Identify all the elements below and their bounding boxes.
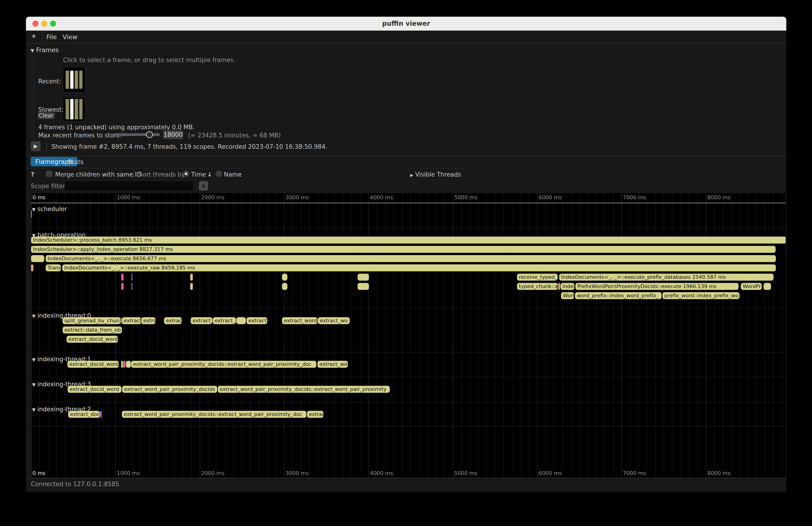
- play-button[interactable]: ▶: [31, 141, 41, 151]
- recent-frame-thumbnail[interactable]: [63, 67, 85, 92]
- flamegraph-span[interactable]: [121, 361, 123, 368]
- flamegraph-span[interactable]: word_prefix::index_word_prefix_: [575, 292, 662, 299]
- flamegraph-span[interactable]: PrefixWordPairsProximityDocids::execute …: [576, 283, 739, 290]
- frame-thumbnail-bar: [75, 99, 78, 119]
- flamegraph-span[interactable]: extract_docid_word: [68, 361, 119, 368]
- gridline: [419, 193, 419, 478]
- gridline: [562, 193, 563, 478]
- flamegraph-span[interactable]: [282, 274, 287, 281]
- flamegraph-span[interactable]: extract_: [191, 317, 212, 324]
- flamegraph-span[interactable]: Trans: [46, 264, 61, 271]
- flamegraph-span[interactable]: extract_word_pair_proximity_docids::extr…: [218, 386, 390, 393]
- frame-thumbnail-bar: [79, 71, 83, 89]
- theme-sun-icon[interactable]: ☀: [31, 33, 37, 40]
- gridline: [487, 193, 487, 478]
- sort-direction-arrow-icon[interactable]: ↓: [207, 171, 212, 178]
- gridline: [242, 193, 242, 478]
- flamegraph-span[interactable]: WordPr: [741, 283, 762, 290]
- flamegraph-span[interactable]: extract_: [213, 317, 236, 324]
- gridline: [318, 193, 318, 478]
- sort-by-name-radio[interactable]: [216, 171, 222, 177]
- sort-by-time-radio[interactable]: [183, 171, 189, 177]
- flamegraph-span[interactable]: extract_wo: [318, 361, 348, 368]
- flamegraph-span[interactable]: extract_word: [282, 317, 318, 324]
- flamegraph-span[interactable]: extract_word_pair_proximity_docids::extr…: [131, 361, 316, 368]
- visible-threads-header[interactable]: ▶Visible Threads: [410, 171, 461, 178]
- flamegraph-span[interactable]: Word: [561, 292, 574, 299]
- flamegraph-controls: ? Merge children with same ID Sort threa…: [26, 168, 786, 193]
- flamegraph-span[interactable]: split_grenad_by_chun: [62, 317, 120, 324]
- flamegraph-span[interactable]: IndexScheduler>::apply_index_operation 8…: [31, 246, 775, 253]
- max-frames-value[interactable]: 18000: [163, 130, 183, 139]
- flamegraph-span[interactable]: [764, 283, 771, 290]
- flamegraph-span[interactable]: [131, 283, 132, 290]
- gridline: [756, 193, 757, 478]
- flamegraph-span[interactable]: [358, 283, 369, 290]
- flamegraph-span[interactable]: index: [561, 283, 575, 290]
- flamegraph-span[interactable]: [282, 283, 287, 290]
- flamegraph-span[interactable]: extract_wo: [318, 317, 350, 324]
- flamegraph-span[interactable]: [126, 361, 131, 368]
- flamegraph-span[interactable]: [100, 411, 102, 418]
- flamegraph-span[interactable]: [121, 283, 124, 290]
- flamegraph-span[interactable]: extract_docid_word: [68, 386, 121, 393]
- flamegraph-span[interactable]: typed_chunk::w: [517, 283, 558, 290]
- flamegraph-span[interactable]: extrac: [307, 411, 323, 418]
- flamegraph-span[interactable]: [558, 283, 560, 290]
- max-frames-label: Max recent frames to store:: [38, 132, 122, 139]
- gridline: [174, 193, 175, 478]
- thread-header[interactable]: ▼scheduler: [32, 206, 70, 213]
- flamegraph-span[interactable]: prefix_word::index_prefix_wo: [663, 292, 739, 299]
- scope-filter-label: Scope filter:: [31, 182, 67, 190]
- merge-children-checkbox[interactable]: [46, 171, 53, 177]
- flamegraph-span[interactable]: IndexScheduler>::process_batch 8953.821 …: [31, 237, 786, 244]
- gridline: [326, 193, 327, 478]
- flamegraph-span[interactable]: receive_typed_: [517, 274, 557, 281]
- flamegraph-span[interactable]: [121, 274, 124, 281]
- flamegraph-span[interactable]: [190, 274, 193, 281]
- flamegraph-span[interactable]: [121, 317, 122, 324]
- flamegraph-span[interactable]: extract_docid_word: [67, 336, 118, 343]
- gridline: [377, 193, 377, 478]
- frames-section-header[interactable]: ▼Frames: [31, 46, 59, 54]
- flamegraph-span[interactable]: extract_word_pair_proximity_docids::extr…: [122, 411, 306, 418]
- flamegraph-span[interactable]: [31, 264, 33, 271]
- flamegraph-span[interactable]: [358, 274, 369, 281]
- frames-section-label: Frames: [36, 46, 59, 54]
- flamegraph-canvas[interactable]: 0 ms0 ms1000 ms1000 ms2000 ms2000 ms3000…: [31, 193, 786, 478]
- flamegraph-span[interactable]: [31, 210, 32, 218]
- axis-tick-label: 6000 ms: [539, 194, 562, 201]
- menu-file[interactable]: File: [46, 33, 57, 41]
- flamegraph-span[interactable]: extrac: [164, 317, 182, 324]
- clear-filter-button[interactable]: x: [199, 181, 208, 190]
- menu-view[interactable]: View: [62, 33, 77, 41]
- help-button[interactable]: ?: [31, 171, 34, 178]
- flamegraph-span[interactable]: extract::data_from_ob: [62, 326, 122, 334]
- flamegraph-span[interactable]: [31, 255, 44, 262]
- tab-stats[interactable]: Stats: [68, 158, 84, 165]
- max-frames-slider-track[interactable]: [114, 133, 160, 136]
- flamegraph-span[interactable]: extract_word_pair_proximity_docids: [122, 386, 217, 393]
- gridline: [546, 193, 546, 478]
- flamegraph-span[interactable]: [236, 317, 246, 324]
- clear-frames-button[interactable]: Clear: [38, 112, 55, 119]
- flamegraph-span[interactable]: IndexDocuments<_, _>::execute 8656.677 m…: [46, 255, 776, 262]
- flamegraph-span[interactable]: [190, 283, 193, 290]
- slowest-frame-thumbnail[interactable]: [63, 97, 85, 121]
- flamegraph-span[interactable]: extract_doc: [68, 411, 100, 418]
- frame-info-text: Showing frame #2, 8957.4 ms, 7 threads, …: [52, 143, 328, 150]
- max-frames-slider-knob[interactable]: [146, 131, 153, 138]
- flamegraph-span[interactable]: extra: [141, 317, 156, 324]
- play-icon: ▶: [34, 143, 38, 149]
- collapse-triangle-icon: ▼: [32, 382, 35, 388]
- flamegraph-span[interactable]: [131, 274, 132, 281]
- flamegraph-span[interactable]: IndexDocuments<_, _>::execute_prefix_dat…: [559, 274, 773, 281]
- collapse-triangle-icon: ▼: [31, 48, 34, 53]
- flamegraph-span[interactable]: [123, 361, 125, 368]
- scope-filter-input[interactable]: [65, 181, 193, 191]
- flamegraph-span[interactable]: extract: [122, 317, 141, 324]
- gridline: [191, 193, 192, 478]
- flamegraph-span[interactable]: extract: [247, 317, 267, 324]
- flamegraph-span[interactable]: IndexDocuments<_, _>::execute_raw 8459.1…: [62, 264, 776, 271]
- menu-bar: ☀ File View: [26, 31, 786, 43]
